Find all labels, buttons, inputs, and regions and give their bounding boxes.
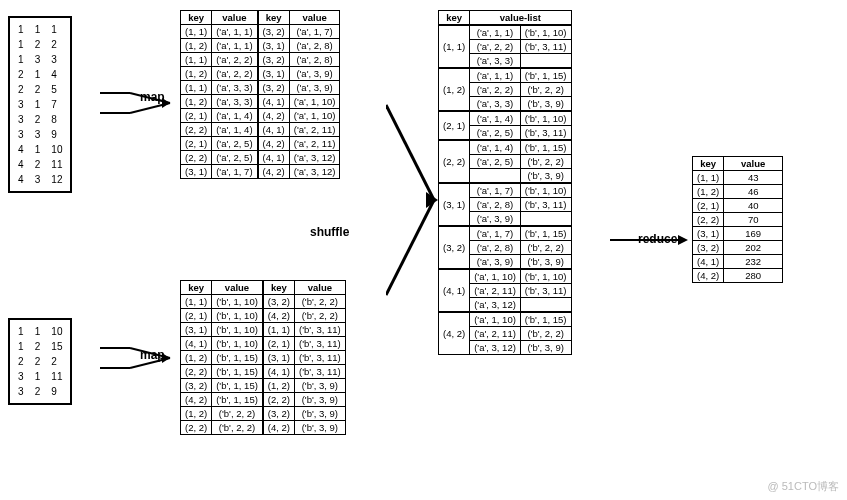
svg-marker-14 (678, 235, 688, 245)
map2-table-b: keyvalue(3, 2)('b', 2, 2)(4, 2)('b', 2, … (263, 280, 346, 435)
input-matrix-b: 1 1 101 2 152 2 23 1 113 2 9 (8, 318, 72, 405)
map1-table-a: keyvalue(1, 1)('a', 1, 1)(1, 2)('a', 1, … (180, 10, 258, 179)
result-table: keyvalue(1, 1)43(1, 2)46(2, 1)40(2, 2)70… (692, 156, 783, 283)
arrow-icon (386, 100, 442, 300)
map1-table-b: keyvalue(3, 2)('a', 1, 7)(3, 1)('a', 2, … (258, 10, 341, 179)
svg-marker-12 (426, 192, 438, 208)
svg-line-11 (386, 200, 434, 295)
svg-line-3 (130, 103, 170, 113)
shuffle-label: shuffle (310, 225, 349, 239)
svg-line-10 (386, 105, 434, 200)
watermark: @ 51CTO博客 (768, 479, 839, 494)
map-label-2: map (140, 348, 165, 362)
map-label-1: map (140, 90, 165, 104)
input-matrix-a: 1 1 11 2 21 3 32 1 42 2 53 1 73 2 83 3 9… (8, 16, 72, 193)
shuffle-table: keyvalue-list(1, 1)('a', 1, 1)('b', 1, 1… (438, 10, 572, 355)
map2-table-a: keyvalue(1, 1)('b', 1, 10)(2, 1)('b', 1,… (180, 280, 263, 435)
reduce-label: reduce (638, 232, 677, 246)
